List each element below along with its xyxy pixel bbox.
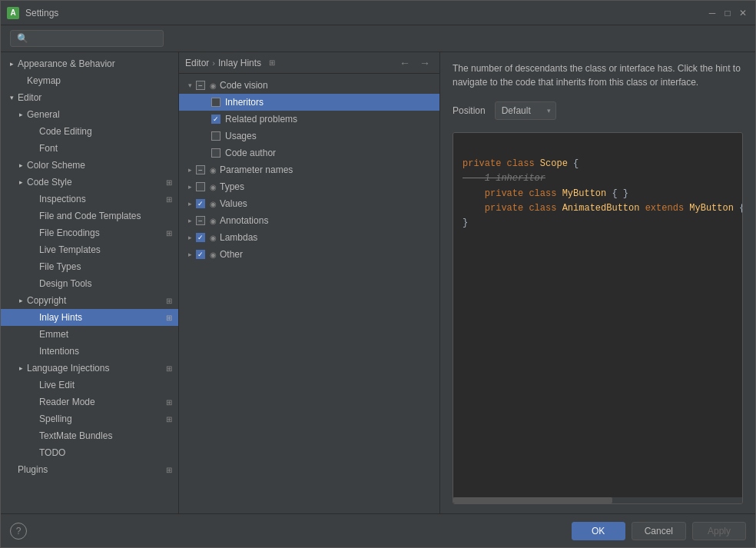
tree-item-related-problems[interactable]: ▾ Related problems: [179, 111, 439, 128]
sidebar-label-design-tools: Design Tools: [39, 278, 91, 289]
tree-label-usages: Usages: [225, 131, 257, 141]
sidebar-item-textmate-bundles[interactable]: TextMate Bundles: [1, 427, 178, 444]
folder-icon: ◉: [210, 166, 217, 174]
search-input[interactable]: [10, 30, 164, 47]
tree-item-annotations[interactable]: ▸ ◉ Annotations: [179, 212, 439, 229]
settings-icon: ⊞: [166, 178, 172, 187]
sidebar-item-emmet[interactable]: Emmet: [1, 326, 178, 343]
maximize-button[interactable]: □: [721, 7, 734, 19]
sidebar-item-file-types[interactable]: File Types: [1, 258, 178, 275]
sidebar-item-general[interactable]: General: [1, 106, 178, 123]
sidebar-item-keymap[interactable]: Keymap: [1, 72, 178, 89]
tree-expand-icon: ▸: [185, 250, 194, 259]
ok-button[interactable]: OK: [572, 522, 625, 540]
expand-arrow-icon: [7, 93, 16, 102]
scrollbar-thumb[interactable]: [453, 497, 612, 503]
close-button[interactable]: ✕: [737, 7, 749, 19]
position-label: Position: [453, 105, 486, 116]
sidebar-item-copyright[interactable]: Copyright ⊞: [1, 292, 178, 309]
sidebar-item-plugins[interactable]: Plugins ⊞: [1, 461, 178, 478]
sidebar-label-color-scheme: Color Scheme: [27, 160, 85, 171]
expand-arrow-icon: [16, 110, 25, 119]
sidebar-item-language-injections[interactable]: Language Injections ⊞: [1, 360, 178, 377]
sidebar-item-editor[interactable]: Editor: [1, 89, 178, 106]
sidebar-item-file-code-templates[interactable]: File and Code Templates: [1, 208, 178, 224]
tree-item-types[interactable]: ▸ ◉ Types: [179, 178, 439, 195]
tree-label-other: Other: [220, 249, 243, 260]
breadcrumb-current: Inlay Hints: [218, 58, 261, 68]
apply-button[interactable]: Apply: [692, 522, 746, 540]
tree-label-values: Values: [220, 198, 247, 209]
sidebar-label-editor: Editor: [18, 92, 41, 103]
tree-checkbox-lambdas[interactable]: [196, 233, 205, 242]
tree-checkbox-code-vision[interactable]: [196, 81, 205, 90]
folder-icon: ◉: [210, 251, 217, 259]
tree-checkbox-other[interactable]: [196, 250, 205, 259]
tree-checkbox-inheritors[interactable]: [211, 98, 220, 107]
code-line-3: 1 inheritor: [463, 171, 733, 186]
breadcrumb-separator: ›: [212, 58, 215, 68]
tree-item-code-vision[interactable]: ▾ ◉ Code vision: [179, 77, 439, 94]
sidebar-label-general: General: [27, 109, 60, 120]
sidebar-item-font[interactable]: Font: [1, 140, 178, 157]
tree-expand-icon: ▸: [185, 165, 194, 174]
tree-expand-icon: ▸: [185, 182, 194, 191]
titlebar: A Settings ─ □ ✕: [1, 1, 755, 25]
expand-arrow-icon: [16, 364, 25, 373]
settings-icon: ⊞: [166, 466, 172, 474]
tree-label-related-problems: Related problems: [225, 114, 297, 125]
sidebar-item-intentions[interactable]: Intentions: [1, 343, 178, 360]
tree-label-lambdas: Lambdas: [220, 232, 257, 243]
sidebar-label-language-injections: Language Injections: [27, 363, 109, 374]
tree-checkbox-usages[interactable]: [211, 131, 220, 141]
tree-item-values[interactable]: ▸ ◉ Values: [179, 195, 439, 212]
sidebar-item-spelling[interactable]: Spelling ⊞: [1, 410, 178, 427]
sidebar-label-code-style: Code Style: [27, 177, 72, 188]
code-line-4: private class MyButton { }: [463, 187, 733, 201]
tree-checkbox-values[interactable]: [196, 199, 205, 208]
tree-checkbox-related-problems[interactable]: [211, 115, 220, 124]
tree-expand-icon: ▾: [185, 81, 194, 90]
sidebar-item-code-style[interactable]: Code Style ⊞: [1, 174, 178, 191]
tree-item-inheritors[interactable]: ▾ Inheritors: [179, 94, 439, 111]
tree-checkbox-parameter-names[interactable]: [196, 165, 205, 174]
code-preview: private class Scope { 1 inheritor privat…: [453, 132, 743, 504]
settings-icon: ⊞: [166, 195, 172, 204]
back-button[interactable]: ←: [396, 57, 413, 69]
sidebar-item-color-scheme[interactable]: Color Scheme: [1, 157, 178, 174]
sidebar-item-file-encodings[interactable]: File Encodings ⊞: [1, 224, 178, 241]
sidebar-item-live-edit[interactable]: Live Edit: [1, 377, 178, 394]
position-dropdown[interactable]: Default ▾: [495, 101, 556, 120]
settings-icon: ⊞: [166, 364, 172, 373]
forward-button[interactable]: →: [416, 57, 433, 69]
sidebar-label-file-encodings: File Encodings: [39, 228, 100, 238]
tree-item-other[interactable]: ▸ ◉ Other: [179, 246, 439, 263]
bottom-bar: ? OK Cancel Apply: [1, 513, 755, 547]
sidebar-item-live-templates[interactable]: Live Templates: [1, 241, 178, 258]
sidebar-item-inspections[interactable]: Inspections ⊞: [1, 191, 178, 208]
tree-checkbox-types[interactable]: [196, 182, 205, 191]
help-button[interactable]: ?: [10, 523, 27, 540]
tree-item-code-author[interactable]: ▾ Code author: [179, 144, 439, 161]
tree-checkbox-annotations[interactable]: [196, 216, 205, 225]
cancel-button[interactable]: Cancel: [632, 522, 686, 540]
sidebar-label-live-edit: Live Edit: [39, 380, 75, 390]
sidebar-item-code-editing[interactable]: Code Editing: [1, 123, 178, 140]
folder-icon: ◉: [210, 217, 217, 225]
window-controls: ─ □ ✕: [706, 7, 749, 19]
settings-window: A Settings ─ □ ✕ Appearance & Behavior: [0, 0, 756, 548]
tree-checkbox-code-author[interactable]: [211, 148, 220, 158]
sidebar-item-design-tools[interactable]: Design Tools: [1, 275, 178, 292]
sidebar-item-inlay-hints[interactable]: Inlay Hints ⊞: [1, 309, 178, 326]
tree-item-usages[interactable]: ▾ Usages: [179, 128, 439, 144]
sidebar-item-appearance[interactable]: Appearance & Behavior: [1, 55, 178, 72]
position-row: Position Default ▾: [453, 101, 743, 120]
sidebar-item-todo[interactable]: TODO: [1, 444, 178, 461]
tree-label-code-vision: Code vision: [220, 80, 268, 91]
content-area: Appearance & Behavior Keymap Editor Gene…: [1, 52, 755, 513]
tree-item-parameter-names[interactable]: ▸ ◉ Parameter names: [179, 161, 439, 178]
expand-arrow-icon: [16, 296, 25, 305]
tree-item-lambdas[interactable]: ▸ ◉ Lambdas: [179, 229, 439, 246]
minimize-button[interactable]: ─: [706, 7, 718, 19]
sidebar-item-reader-mode[interactable]: Reader Mode ⊞: [1, 394, 178, 410]
